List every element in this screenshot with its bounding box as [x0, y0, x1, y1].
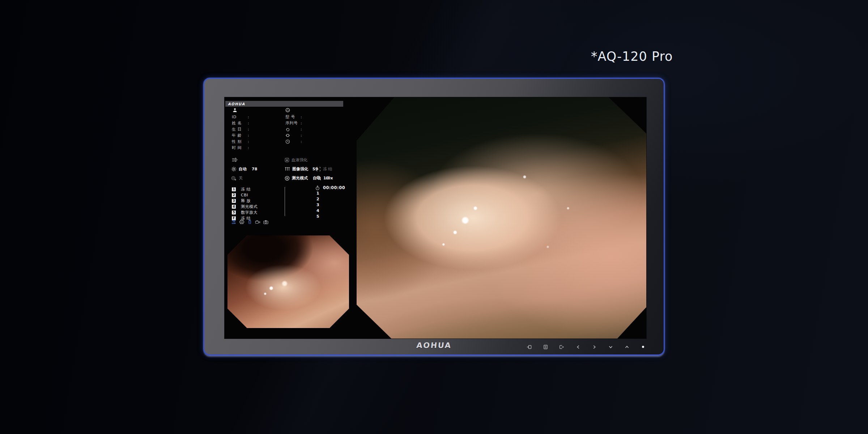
left-button[interactable]: [575, 344, 580, 349]
device-row-reprocess: :: [285, 126, 340, 132]
brand-logo-bezel: AOHUA: [416, 341, 452, 350]
device-row-model: 型 号:: [285, 114, 340, 120]
stopwatch-icon: [315, 186, 320, 190]
media-status-row: USB: [231, 219, 268, 224]
device-info-right: 型 号: 序列号: : : :: [285, 114, 340, 145]
patient-row-sex: 性 别:: [232, 139, 282, 145]
patient-icon: [233, 108, 237, 112]
function-list-divider: [285, 187, 285, 216]
patient-info-left: ID: 姓 名: 生 日: 年 龄: 性 别: 时 间:: [232, 114, 282, 151]
function-key-list: 1冻 结 2CBI 3释 放 4测光模式 5数字放大 F冻 结: [232, 186, 258, 221]
angulation-icon: [285, 133, 301, 138]
function-row: 1冻 结: [232, 186, 258, 192]
function-row: 4测光模式: [232, 204, 258, 209]
pip-endoscopy-image: [227, 235, 349, 328]
settings-pump-off: 关: [231, 175, 243, 181]
settings-blood-enhance: 血液强化: [285, 157, 307, 163]
flash-drive-icon: [247, 219, 252, 224]
settings-image-enhance: 图像强化 59: [285, 166, 318, 172]
timer-value: 00:00:00: [323, 185, 345, 190]
function-number-column: 1 2 3 4 5: [316, 191, 319, 220]
device-row-serial: 序列号:: [285, 120, 340, 126]
freeze-frame-icon: [316, 167, 321, 171]
camcorder-icon: [255, 220, 260, 224]
reprocess-icon: [285, 127, 301, 132]
zoom-icon: [316, 175, 321, 180]
model-annotation: *AQ-120 Pro: [591, 49, 673, 64]
patient-row-time: 时 间:: [232, 145, 282, 151]
procedure-timer: 00:00:00: [315, 185, 345, 190]
right-button[interactable]: [592, 344, 597, 349]
exit-button[interactable]: [559, 344, 564, 349]
printer-icon: [239, 220, 244, 224]
metering-icon: [285, 176, 290, 181]
settings-freeze: 冻 结: [316, 166, 332, 172]
osd-button-row: [527, 344, 646, 349]
function-row: 2CBI: [232, 192, 258, 198]
image-enhance-icon: [285, 167, 290, 171]
sliders-icon: [232, 157, 238, 162]
main-endoscopy-image: [357, 97, 646, 339]
blood-enhance-icon: [285, 158, 289, 162]
brightness-icon: [231, 166, 237, 172]
svg-text:USB: USB: [232, 222, 236, 224]
patient-row-name: 姓 名:: [232, 120, 282, 126]
osd-top-bar: AOHUA: [225, 101, 343, 107]
osd-panel: AOHUA ID: 姓 名: 生 日: 年 龄: 性 别: 时 间: 型 号:: [225, 97, 357, 339]
device-row-angulation: :: [285, 132, 340, 139]
down-button[interactable]: [608, 344, 613, 349]
patient-row-age: 年 龄:: [232, 132, 282, 139]
power-button[interactable]: [641, 344, 646, 349]
device-row-clock: :: [285, 139, 340, 145]
settings-brightness: 自动 78: [231, 166, 257, 172]
function-row: 3释 放: [232, 198, 258, 204]
pump-icon: [231, 176, 237, 181]
input-source-button[interactable]: [527, 344, 532, 349]
endoscope-icon: [285, 108, 290, 112]
settings-sliders: [232, 157, 238, 162]
power-led: [642, 346, 644, 348]
camera-icon: [263, 220, 268, 224]
patient-row-id: ID:: [232, 114, 282, 120]
usb-icon: USB: [231, 219, 237, 224]
monitor: AOHUA ID: 姓 名: 生 日: 年 龄: 性 别: 时 间: 型 号:: [203, 78, 665, 356]
settings-zoom: 1.0x: [316, 175, 333, 180]
clock-icon: [285, 139, 301, 144]
patient-row-birthday: 生 日:: [232, 126, 282, 132]
function-row: 5数字放大: [232, 209, 258, 215]
screen: AOHUA ID: 姓 名: 生 日: 年 龄: 性 别: 时 间: 型 号:: [224, 97, 647, 339]
menu-button[interactable]: [543, 344, 548, 349]
up-button[interactable]: [624, 344, 629, 349]
brand-logo-small: AOHUA: [228, 102, 245, 106]
